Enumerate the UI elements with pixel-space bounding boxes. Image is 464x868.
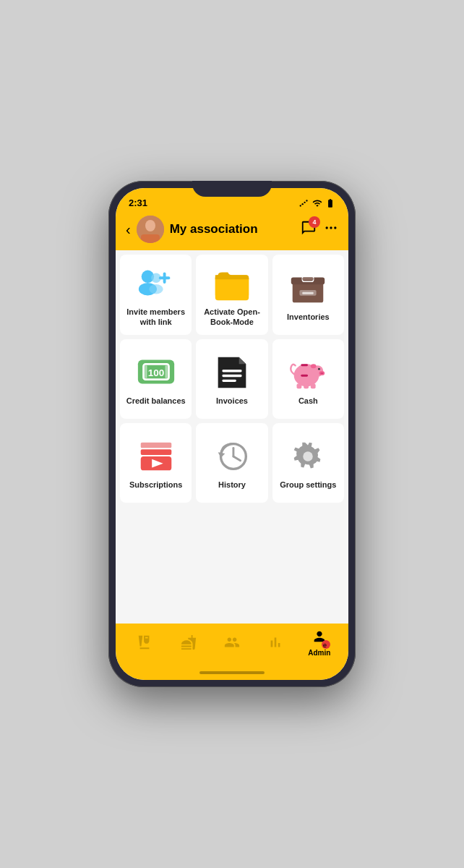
settings-icon [287,438,329,474]
avatar-image [137,216,164,243]
svg-rect-42 [301,375,309,377]
back-button[interactable]: ‹ [126,221,131,238]
grid-item-invite-members[interactable]: Invite members with link [120,255,192,335]
invite-members-label: Invite members with link [124,307,187,328]
notification-button[interactable]: 4 [301,220,317,239]
invoices-label: Invoices [216,396,248,406]
invite-icon [135,265,177,301]
svg-point-33 [311,365,317,369]
svg-point-7 [326,226,328,229]
bottom-nav: e Admin [116,624,348,665]
more-icon [324,221,338,235]
status-time: 2:31 [129,197,147,208]
svg-point-1 [302,203,304,205]
svg-point-35 [318,368,320,370]
svg-rect-15 [159,276,170,279]
svg-point-3 [306,200,307,201]
signal-icon [299,198,309,208]
drinks-nav-icon [137,634,152,650]
inventories-label: Inventories [287,312,330,322]
svg-line-49 [233,456,241,461]
credit-balances-label: Credit balances [126,396,186,406]
group-settings-label: Group settings [280,480,336,490]
grid-item-subscriptions[interactable]: Subscriptions [120,423,192,503]
notification-badge: 4 [309,216,320,228]
home-indicator [116,665,348,680]
nav-item-admin[interactable]: e Admin [298,629,341,657]
svg-rect-20 [303,278,314,281]
grid-item-group-settings[interactable]: Group settings [272,423,344,503]
svg-rect-43 [140,443,171,448]
food-nav-icon [181,634,197,650]
svg-rect-30 [222,380,236,382]
header: ‹ My association 4 [116,211,348,250]
svg-point-9 [334,226,336,229]
svg-rect-29 [222,375,241,377]
credit-icon: 100 [135,354,177,390]
admin-badge: e [322,640,330,649]
grid-item-credit[interactable]: 100 Credit balances [120,339,192,419]
svg-point-5 [145,220,155,231]
grid-item-inventories[interactable]: Inventories [272,255,344,335]
svg-rect-39 [304,384,309,389]
svg-point-8 [330,226,332,229]
svg-rect-27 [165,366,167,378]
cash-icon [287,354,329,390]
svg-rect-26 [145,366,147,378]
nav-item-drinks[interactable] [123,634,166,650]
notch [192,181,272,197]
stats-nav-icon [267,634,283,650]
svg-rect-40 [311,384,316,389]
svg-rect-22 [303,292,314,294]
svg-rect-28 [222,370,241,373]
svg-text:e: e [323,642,327,649]
members-nav-icon [224,634,240,650]
wifi-icon [312,198,322,208]
menu-grid: Invite members with link Activate Open- [120,255,344,503]
content-area: Invite members with link Activate Open- [116,250,348,624]
svg-rect-44 [140,450,171,456]
inventory-icon [287,270,329,306]
history-label: History [218,480,246,490]
open-book-label: Activate Open-Book-Mode [200,307,263,328]
grid-item-cash[interactable]: Cash [272,339,344,419]
svg-rect-6 [141,234,160,243]
svg-point-34 [319,371,325,375]
subscription-icon [135,438,177,474]
nav-item-food[interactable] [166,634,210,650]
history-icon [211,438,253,474]
svg-point-37 [322,373,324,375]
open-book-icon [211,265,253,301]
header-actions: 4 [301,220,338,239]
home-bar [199,671,265,674]
subscriptions-label: Subscriptions [129,480,182,490]
svg-rect-41 [301,365,309,367]
grid-item-history[interactable]: History [196,423,267,503]
svg-point-13 [149,284,163,294]
nav-item-members[interactable] [210,634,254,650]
avatar [137,216,164,243]
svg-point-2 [304,202,305,203]
invoice-icon [211,354,253,390]
grid-item-open-book[interactable]: Activate Open-Book-Mode [196,255,267,335]
status-icons [299,198,335,208]
svg-marker-50 [218,453,225,459]
svg-point-36 [321,373,322,375]
more-button[interactable] [324,221,338,238]
battery-icon [325,198,335,208]
nav-item-stats[interactable] [254,634,297,650]
cash-label: Cash [298,396,318,406]
phone-frame: 2:31 ‹ My association [108,181,356,687]
page-title: My association [170,222,295,237]
svg-point-51 [304,452,314,462]
svg-rect-38 [297,384,302,389]
grid-item-invoices[interactable]: Invoices [196,339,267,419]
svg-text:100: 100 [147,367,164,378]
svg-point-0 [300,205,301,206]
